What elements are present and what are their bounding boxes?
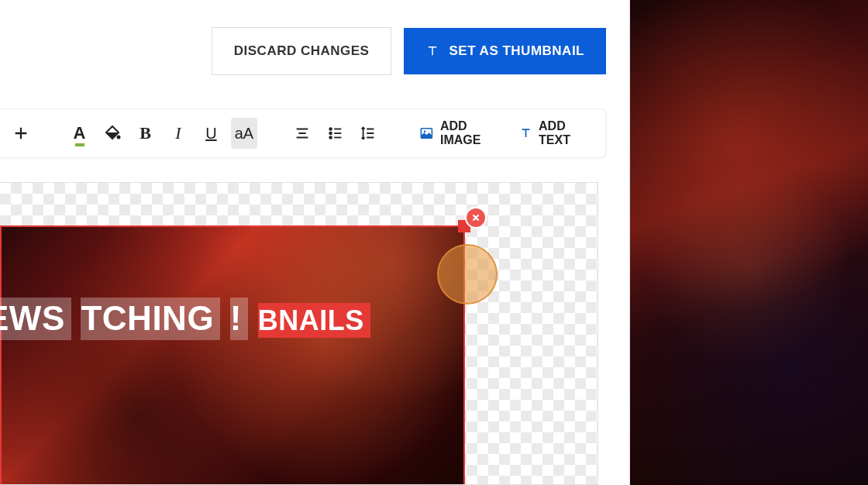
image-icon [419, 125, 434, 142]
add-text-button[interactable]: ADD TEXT [513, 119, 598, 147]
line-spacing-button[interactable] [355, 118, 381, 149]
text-color-icon: A [74, 123, 86, 143]
fill-color-button[interactable] [99, 118, 126, 149]
set-as-thumbnail-label: SET AS THUMBNAIL [449, 43, 584, 59]
paint-bucket-icon [103, 124, 122, 143]
close-icon [470, 212, 481, 223]
svg-point-2 [329, 132, 332, 135]
svg-point-1 [329, 128, 332, 130]
italic-button[interactable]: I [165, 118, 191, 149]
text-line-1: EWS [0, 299, 65, 337]
add-image-label: ADD IMAGE [440, 119, 501, 147]
header-actions: DISCARD CHANGES SET AS THUMBNAIL [212, 27, 606, 75]
discard-changes-button[interactable]: DISCARD CHANGES [212, 27, 392, 75]
text-line-2: TCHING [81, 299, 214, 337]
delete-object-button[interactable] [465, 207, 487, 229]
text-line-4: BNAILS [258, 304, 364, 336]
svg-point-5 [424, 130, 425, 132]
add-text-label: ADD TEXT [539, 119, 591, 147]
preview-panel [629, 0, 868, 485]
svg-point-3 [329, 136, 332, 139]
selected-object[interactable]: EWS TCHING ! BNAILS [0, 225, 465, 485]
text-case-button[interactable]: aA [231, 118, 257, 149]
list-icon [327, 125, 344, 142]
text-icon [519, 126, 532, 141]
formatting-toolbar: A B I U aA [0, 108, 606, 158]
svg-point-0 [117, 136, 121, 139]
separator [397, 119, 398, 147]
set-as-thumbnail-button[interactable]: SET AS THUMBNAIL [404, 28, 606, 74]
separator [273, 119, 274, 147]
plus-icon [12, 125, 29, 142]
bold-button[interactable]: B [132, 118, 158, 149]
separator [50, 119, 50, 147]
text-line-3: ! [230, 299, 242, 337]
align-button[interactable] [289, 118, 315, 149]
align-center-icon [294, 125, 311, 142]
list-button[interactable] [322, 118, 348, 149]
canvas-text-overlay[interactable]: EWS TCHING ! BNAILS [0, 289, 370, 340]
line-spacing-icon [360, 125, 377, 142]
canvas[interactable]: EWS TCHING ! BNAILS [0, 182, 598, 485]
add-button[interactable] [8, 118, 34, 149]
add-image-button[interactable]: ADD IMAGE [413, 119, 507, 147]
underline-button[interactable]: U [198, 118, 224, 149]
text-icon [425, 44, 439, 58]
cursor-highlight [437, 244, 498, 304]
text-color-button[interactable]: A [66, 118, 92, 149]
editor-main: DISCARD CHANGES SET AS THUMBNAIL A B I [0, 0, 629, 485]
